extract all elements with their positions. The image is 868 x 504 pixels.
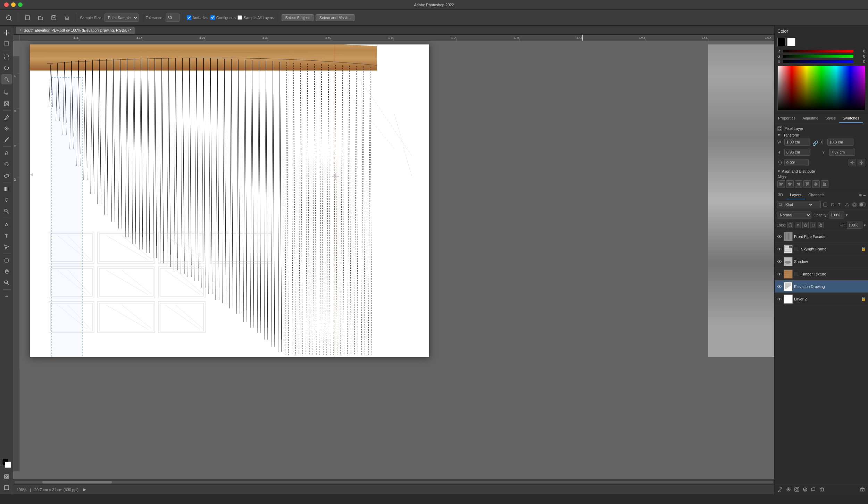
dodge-tool[interactable] — [1, 206, 12, 216]
y-input[interactable]: 7.37 cm — [829, 149, 855, 156]
hand-tool[interactable] — [1, 266, 12, 277]
scroll-thumb[interactable] — [42, 481, 112, 484]
flip-h-button[interactable] — [849, 159, 856, 166]
layer-item-elevation-drawing[interactable]: Elevation Drawing — [775, 280, 868, 293]
layer-visibility-toggle[interactable] — [777, 284, 782, 289]
select-subject-button[interactable]: Select Subject — [282, 14, 314, 21]
doc-tab[interactable]: × South Elevation PDF.pdf @ 100% (Elevat… — [16, 27, 135, 34]
status-arrow[interactable]: ▶ — [83, 487, 86, 492]
transform-arrow[interactable]: ▼ — [777, 133, 781, 137]
zoom-tool[interactable] — [1, 278, 12, 288]
scroll-track[interactable] — [15, 481, 773, 484]
lock-position-button[interactable] — [802, 222, 809, 228]
align-middle-button[interactable] — [812, 180, 820, 188]
layer-visibility-toggle[interactable] — [777, 259, 782, 264]
maximize-button[interactable] — [18, 2, 23, 7]
align-right-button[interactable] — [795, 180, 802, 188]
link-icon[interactable]: 🔗 — [812, 139, 818, 147]
layers-collapse[interactable]: − — [863, 192, 866, 198]
rotate-input[interactable]: 0.00° — [784, 159, 809, 166]
frame-tool[interactable] — [1, 99, 12, 109]
type-tool[interactable]: T — [1, 231, 12, 241]
eyedropper-tool[interactable] — [1, 112, 12, 123]
healing-tool[interactable] — [1, 123, 12, 134]
opacity-input[interactable]: 100% — [829, 212, 844, 218]
pen-tool[interactable] — [1, 220, 12, 230]
minimize-button[interactable] — [11, 2, 16, 7]
opacity-dropdown-arrow[interactable]: ▾ — [846, 213, 848, 217]
link-layers-button[interactable] — [777, 486, 784, 493]
blend-mode-select[interactable]: Normal Dissolve Darken Multiply Color Bu… — [777, 212, 811, 218]
filter-adjustment-icon[interactable] — [829, 201, 836, 208]
delete-layer-button[interactable] — [859, 486, 866, 493]
gradient-tool[interactable] — [1, 184, 12, 194]
add-style-button[interactable] — [785, 486, 792, 493]
magic-wand-tool[interactable] — [3, 13, 15, 22]
new-button[interactable] — [22, 14, 33, 22]
select-and-mask-button[interactable]: Select and Mask... — [316, 14, 355, 21]
close-tab-icon[interactable]: × — [19, 28, 22, 32]
lasso-tool[interactable] — [1, 63, 12, 73]
color-picker-gradient[interactable] — [777, 66, 865, 111]
tab-layers[interactable]: Layers — [786, 191, 805, 199]
layer-visibility-toggle[interactable] — [777, 271, 782, 277]
sample-size-select[interactable]: Point Sample — [105, 14, 139, 22]
anti-alias-checkbox[interactable] — [187, 15, 191, 20]
layer-kind-filter[interactable]: Kind Name Effect Mode Attribute Color Sm… — [784, 201, 813, 208]
fill-input[interactable]: 100% — [847, 222, 862, 229]
h-input[interactable]: 8.96 cm — [784, 149, 810, 156]
add-mask-button[interactable] — [793, 486, 800, 493]
flip-v-button[interactable] — [858, 159, 865, 166]
layer-visibility-toggle[interactable] — [777, 234, 782, 239]
align-arrow[interactable]: ▼ — [777, 170, 781, 173]
move-tool[interactable] — [1, 27, 12, 38]
green-slider[interactable] — [783, 55, 853, 58]
tab-styles[interactable]: Styles — [822, 114, 839, 123]
tab-properties[interactable]: Properties — [775, 114, 799, 123]
lock-artboard-button[interactable] — [810, 222, 816, 228]
brush-tool[interactable] — [1, 134, 12, 145]
open-button[interactable] — [35, 14, 46, 22]
layer-item[interactable]: Timber Texture — [775, 268, 868, 280]
layer-visibility-toggle[interactable] — [777, 296, 782, 302]
new-layer-button[interactable] — [818, 486, 825, 493]
marquee-tool[interactable] — [1, 52, 12, 62]
filter-smart-icon[interactable] — [851, 201, 858, 208]
layer-item[interactable]: Shadow — [775, 255, 868, 268]
lock-all-button[interactable] — [818, 222, 824, 228]
layers-panel-menu[interactable]: ≡ — [859, 192, 862, 198]
stamp-tool[interactable] — [1, 148, 12, 158]
filter-pixel-icon[interactable] — [822, 201, 828, 208]
w-input[interactable]: 1.89 cm — [784, 139, 810, 146]
horizontal-scrollbar[interactable] — [13, 479, 774, 485]
group-layers-button[interactable] — [810, 486, 817, 493]
history-brush-tool[interactable] — [1, 159, 12, 170]
lock-image-button[interactable] — [795, 222, 801, 228]
align-center-h-button[interactable] — [786, 180, 794, 188]
screen-mode-toggle[interactable] — [1, 482, 12, 493]
filter-shape-icon[interactable] — [844, 201, 850, 208]
x-input[interactable]: 18.9 cm — [827, 139, 853, 146]
background-swatch[interactable] — [787, 38, 795, 46]
document-canvas[interactable] — [30, 44, 429, 357]
blue-slider[interactable] — [783, 60, 853, 63]
eraser-tool[interactable] — [1, 170, 12, 181]
layer-item[interactable]: Skylight Frame 🔒 — [775, 243, 868, 255]
tolerance-input[interactable]: 30 — [166, 14, 180, 22]
foreground-swatch[interactable] — [777, 38, 786, 46]
filter-toggle[interactable] — [859, 202, 866, 207]
more-tools[interactable]: ··· — [1, 291, 12, 301]
align-bottom-button[interactable] — [821, 180, 828, 188]
layer-item[interactable]: Front Pipe Facade — [775, 230, 868, 243]
path-selection-tool[interactable] — [1, 242, 12, 252]
tab-swatches[interactable]: Swatches — [839, 114, 863, 123]
artboard-tool[interactable] — [1, 38, 12, 49]
close-button[interactable] — [4, 2, 9, 7]
save-button[interactable] — [48, 14, 59, 22]
sample-all-layers-checkbox[interactable] — [237, 15, 242, 20]
quick-mask-mode[interactable] — [1, 471, 12, 482]
tab-channels[interactable]: Channels — [805, 191, 828, 199]
lock-transparent-button[interactable] — [787, 222, 793, 228]
print-button[interactable] — [61, 14, 73, 22]
canvas-background[interactable] — [19, 41, 774, 479]
